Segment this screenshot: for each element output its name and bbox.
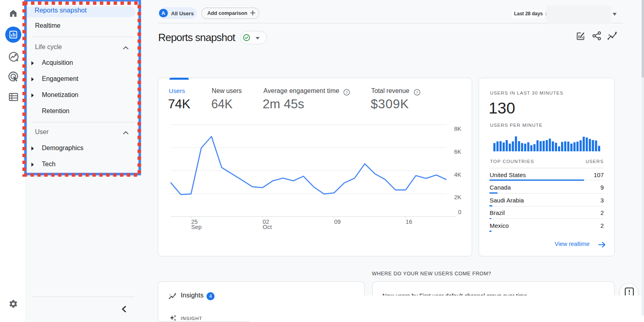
svg-text:?: ? (346, 90, 348, 94)
svg-text:09: 09 (334, 219, 341, 225)
svg-text:4K: 4K (454, 171, 461, 178)
svg-text:6K: 6K (454, 149, 461, 155)
svg-text:8K: 8K (454, 126, 461, 132)
svg-text:2K: 2K (454, 194, 461, 200)
svg-text:Sep: Sep (191, 224, 202, 230)
svg-text:?: ? (416, 90, 418, 94)
svg-text:0: 0 (458, 209, 461, 215)
svg-text:16: 16 (406, 219, 412, 225)
svg-text:Oct: Oct (263, 224, 272, 230)
